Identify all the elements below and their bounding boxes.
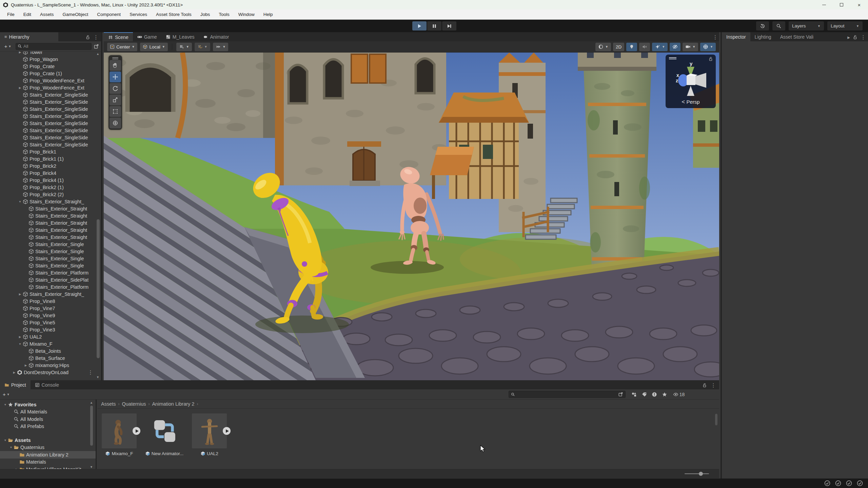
hierarchy-row[interactable]: Stairs_Exterior_SingleSide xyxy=(0,105,101,113)
scroll-down-icon[interactable]: ▼ xyxy=(96,375,99,379)
expand-arrow[interactable]: ▼ xyxy=(17,342,23,346)
layers-dropdown[interactable]: Layers▼ xyxy=(789,21,824,30)
expand-arrow[interactable]: ▶ xyxy=(17,52,23,54)
hierarchy-row[interactable]: Prop_Wagon xyxy=(0,56,101,63)
hierarchy-row[interactable]: Prop_Vine5 xyxy=(0,319,101,326)
hierarchy-row[interactable]: ▶ mixamorig:Hips xyxy=(0,362,101,369)
axis-gizmo-icon[interactable]: y x z xyxy=(666,59,716,100)
orientation-gizmo[interactable]: y x z < Persp xyxy=(666,55,716,108)
scene-view-tab[interactable]: Game xyxy=(133,32,161,41)
folder-tree-row[interactable] xyxy=(0,430,96,436)
status-icon[interactable] xyxy=(856,480,863,487)
asset-item[interactable]: New Animator... xyxy=(147,413,182,456)
thumbnail-size-slider[interactable] xyxy=(685,473,709,474)
hierarchy-row[interactable]: Prop_Brick2 (2) xyxy=(0,191,101,198)
shading-mode-button[interactable]: ▼ xyxy=(595,43,611,51)
gizmo-lock-icon[interactable] xyxy=(708,57,713,61)
lock-icon[interactable] xyxy=(702,383,707,388)
menu-item[interactable]: Edit xyxy=(19,9,36,19)
lock-icon[interactable] xyxy=(853,35,857,40)
palette-drag-handle[interactable] xyxy=(112,57,118,58)
rotate-tool-button[interactable] xyxy=(110,83,121,94)
panel-menu-icon[interactable]: ⋮ xyxy=(860,34,866,40)
step-button[interactable] xyxy=(442,21,456,30)
hidden-count-toggle[interactable]: 18 xyxy=(670,390,688,399)
create-asset-button[interactable]: +▼ xyxy=(3,391,10,397)
expand-arrow[interactable]: ▼ xyxy=(3,403,8,406)
inspector-tab[interactable]: Asset Store Vali xyxy=(776,32,818,41)
scroll-down-icon[interactable]: ▼ xyxy=(90,465,93,469)
hierarchy-row[interactable]: Stairs_Exterior_Straight xyxy=(0,205,101,212)
asset-item[interactable]: UAL2 xyxy=(192,413,227,456)
breadcrumb-item[interactable]: Animation Library 2› xyxy=(152,401,200,407)
view-tool-button[interactable] xyxy=(110,60,121,71)
project-search-field[interactable] xyxy=(509,391,626,398)
gizmo-drag-handle[interactable] xyxy=(669,57,676,58)
breadcrumb-item[interactable]: Quaternius› xyxy=(122,401,152,407)
expand-arrow[interactable]: ▶ xyxy=(17,335,23,339)
folder-tree-row[interactable]: All Models xyxy=(0,415,96,423)
menu-item[interactable]: Window xyxy=(234,9,259,19)
hierarchy-row[interactable]: Stairs_Exterior_SingleSide xyxy=(0,134,101,141)
menu-item[interactable]: Help xyxy=(259,9,277,19)
expand-arrow[interactable]: ▶ xyxy=(12,371,17,374)
hierarchy-row[interactable]: ▶ DontDestroyOnLoad ⋮ xyxy=(0,369,101,376)
folder-tree-row[interactable]: ▼ Quaternius xyxy=(0,444,96,451)
grid-visibility-button[interactable]: ▼ xyxy=(176,43,192,51)
expand-arrow[interactable]: ▼ xyxy=(3,439,8,442)
asset-item[interactable]: Mixamo_F xyxy=(102,413,137,456)
hierarchy-row[interactable]: Stairs_Exterior_Platform xyxy=(0,283,101,290)
folder-tree-row[interactable]: All Prefabs xyxy=(0,423,96,430)
panel-menu-icon[interactable]: ⋮ xyxy=(93,34,99,40)
menu-item[interactable]: Component xyxy=(93,9,125,19)
hierarchy-row[interactable]: Prop_Crate (1) xyxy=(0,70,101,77)
close-button[interactable]: × xyxy=(850,0,868,9)
panel-menu-icon[interactable]: ⋮ xyxy=(710,382,716,388)
hierarchy-row[interactable]: Prop_Brick2 (1) xyxy=(0,184,101,191)
project-search-input[interactable] xyxy=(517,392,616,397)
tab-hierarchy[interactable]: ≡ Hierarchy xyxy=(0,32,58,41)
preview-play-button[interactable] xyxy=(133,427,140,435)
menu-item[interactable]: Services xyxy=(125,9,152,19)
menu-item[interactable]: Tools xyxy=(214,9,234,19)
hierarchy-row[interactable]: Stairs_Exterior_SingleSide xyxy=(0,141,101,148)
scene-audio-button[interactable] xyxy=(639,43,650,51)
hierarchy-row[interactable]: Prop_Vine9 xyxy=(0,312,101,319)
scroll-up-icon[interactable]: ▲ xyxy=(90,401,93,404)
favorites-filter-button[interactable] xyxy=(659,390,670,399)
menu-item[interactable]: File xyxy=(3,9,19,19)
menu-item[interactable]: Assets xyxy=(36,9,58,19)
expand-arrow[interactable]: ▼ xyxy=(17,200,23,203)
scene-view-tab[interactable]: M_Leaves xyxy=(161,32,199,41)
hierarchy-search-input[interactable] xyxy=(23,44,90,49)
hierarchy-row[interactable]: Stairs_Exterior_Single xyxy=(0,255,101,262)
scroll-up-icon[interactable]: ▲ xyxy=(96,52,99,56)
scene-effects-button[interactable]: ▼ xyxy=(652,43,668,51)
folder-tree-row[interactable]: All Materials xyxy=(0,408,96,416)
hierarchy-row[interactable]: Prop_Brick1 xyxy=(0,148,101,155)
hierarchy-row[interactable]: ▶ UAL2 xyxy=(0,333,101,340)
menu-item[interactable]: GameObject xyxy=(58,9,93,19)
project-tab[interactable]: Console xyxy=(31,380,63,389)
tool-handle-pivot-button[interactable]: Center▼ xyxy=(107,43,137,51)
hierarchy-row[interactable]: Prop_Vine7 xyxy=(0,305,101,312)
hierarchy-row[interactable]: Prop_WoodenFence_Ext xyxy=(0,77,101,84)
breadcrumb-item[interactable]: Assets› xyxy=(101,401,122,407)
maximize-button[interactable] xyxy=(833,0,850,9)
hierarchy-row[interactable]: Stairs_Exterior_Straight xyxy=(0,226,101,233)
create-object-button[interactable]: +▼ xyxy=(2,43,14,49)
open-search-window-icon[interactable] xyxy=(618,392,623,397)
hierarchy-row[interactable]: Stairs_Exterior_Straight xyxy=(0,212,101,219)
inspector-tab[interactable]: Lighting xyxy=(750,32,776,41)
move-tool-button[interactable] xyxy=(110,72,121,82)
tree-scrollbar[interactable]: ▲ ▼ xyxy=(89,401,94,469)
folder-tree-row[interactable]: ▼ Assets xyxy=(0,436,96,444)
hierarchy-row[interactable]: Prop_Vine3 xyxy=(0,326,101,333)
hidden-objects-button[interactable] xyxy=(670,43,680,51)
hierarchy-row[interactable]: ▼ Mixamo_F xyxy=(0,340,101,347)
scene-picker-icon[interactable] xyxy=(94,44,99,49)
preview-play-button[interactable] xyxy=(223,427,231,435)
scene-lighting-button[interactable] xyxy=(626,43,637,51)
lock-icon[interactable] xyxy=(85,35,90,40)
project-tab[interactable]: Project xyxy=(0,380,31,389)
